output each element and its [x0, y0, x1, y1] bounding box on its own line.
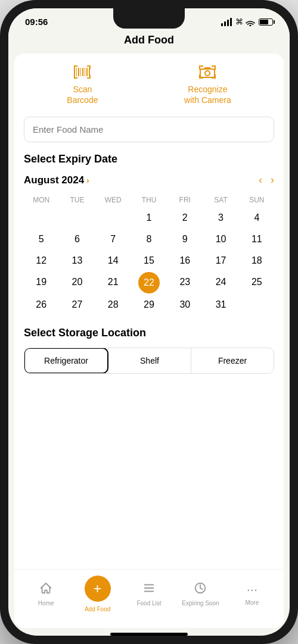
- scan-barcode-label-line1: Scan: [73, 85, 92, 94]
- day-cell-6[interactable]: 6: [60, 229, 94, 249]
- phone-shell: 09:56 ⌘ Add Food: [0, 0, 298, 644]
- nav-label-add-food: Add Food: [85, 606, 110, 612]
- day-cell-17[interactable]: 17: [203, 251, 238, 271]
- svg-rect-7: [89, 68, 90, 76]
- scroll-content: Scan Barcode: [14, 54, 284, 569]
- svg-rect-4: [82, 68, 83, 76]
- day-cell-27[interactable]: 27: [60, 295, 94, 315]
- day-cell-24[interactable]: 24: [203, 272, 238, 293]
- recognize-label-line2: with Camera: [184, 95, 231, 105]
- day-cell-30[interactable]: 30: [167, 295, 202, 315]
- calendar-month-label[interactable]: August 2024 ›: [24, 174, 89, 186]
- storage-options: Refrigerator Shelf Freezer: [24, 348, 274, 374]
- day-cell-28[interactable]: 28: [96, 295, 131, 315]
- day-empty: [240, 295, 274, 315]
- camera-icon: [199, 65, 216, 82]
- day-cell-12[interactable]: 12: [24, 251, 58, 271]
- nav-item-more[interactable]: ··· More: [226, 582, 278, 606]
- more-icon: ···: [247, 582, 257, 598]
- nav-item-add-food[interactable]: + Add Food: [72, 576, 123, 612]
- home-bar: [110, 633, 188, 636]
- add-food-icon: +: [85, 576, 111, 602]
- calendar-nav: ‹ ›: [259, 174, 274, 186]
- svg-rect-3: [80, 68, 81, 76]
- day-header-fri: FRI: [167, 193, 202, 207]
- bottom-nav: Home + Add Food Food List: [14, 569, 284, 628]
- calendar-header: August 2024 › ‹ ›: [24, 174, 274, 186]
- day-cell-18[interactable]: 18: [240, 251, 274, 271]
- day-cell-9[interactable]: 9: [167, 229, 202, 249]
- month-chevron-icon: ›: [86, 176, 89, 185]
- svg-rect-6: [86, 68, 88, 76]
- day-cell-19[interactable]: 19: [24, 272, 58, 293]
- day-cell-4[interactable]: 4: [240, 208, 274, 228]
- day-cell-13[interactable]: 13: [60, 251, 94, 271]
- day-cell-21[interactable]: 21: [96, 272, 131, 293]
- day-cell-10[interactable]: 10: [203, 229, 238, 249]
- recognize-label-line1: Recognize: [188, 85, 227, 94]
- day-cell-25[interactable]: 25: [240, 272, 274, 293]
- nav-label-food-list: Food List: [136, 600, 161, 607]
- day-cell-3[interactable]: 3: [203, 208, 238, 228]
- day-cell-2[interactable]: 2: [167, 208, 202, 228]
- day-cell-5[interactable]: 5: [24, 229, 58, 249]
- day-header-tue: TUE: [60, 193, 94, 207]
- day-cell-29[interactable]: 29: [132, 295, 166, 315]
- scan-row: Scan Barcode: [24, 65, 274, 105]
- day-cell-14[interactable]: 14: [96, 251, 131, 271]
- scan-barcode-button[interactable]: Scan Barcode: [67, 65, 98, 105]
- nav-label-more: More: [245, 599, 259, 606]
- barcode-icon: [74, 65, 91, 82]
- nav-item-food-list[interactable]: Food List: [123, 582, 175, 607]
- food-list-icon: [142, 582, 156, 598]
- expiry-section-title: Select Expiry Date: [24, 153, 274, 165]
- calendar: August 2024 › ‹ › MON TUE WED THU FRI SA…: [24, 174, 274, 315]
- scan-barcode-label-line2: Barcode: [67, 95, 98, 105]
- day-empty: [60, 208, 94, 228]
- svg-rect-1: [76, 68, 77, 76]
- day-header-wed: WED: [96, 193, 131, 207]
- storage-section-title: Select Storage Location: [24, 327, 274, 339]
- nav-label-expiring-soon: Expiring Soon: [182, 600, 219, 607]
- day-cell-20[interactable]: 20: [60, 272, 94, 293]
- storage-freezer-button[interactable]: Freezer: [191, 348, 274, 373]
- page-header: Add Food: [8, 32, 290, 54]
- day-cell-8[interactable]: 8: [132, 229, 166, 249]
- nav-item-expiring-soon[interactable]: Expiring Soon: [175, 582, 226, 607]
- day-cell-31[interactable]: 31: [203, 295, 238, 315]
- storage-refrigerator-button[interactable]: Refrigerator: [24, 348, 108, 374]
- day-cell-11[interactable]: 11: [240, 229, 274, 249]
- food-name-input[interactable]: [24, 117, 274, 142]
- day-cell-16[interactable]: 16: [167, 251, 202, 271]
- svg-rect-5: [85, 68, 85, 76]
- month-text: August 2024: [24, 174, 84, 186]
- day-cell-22-selected[interactable]: 22: [138, 272, 160, 293]
- day-cell-1[interactable]: 1: [132, 208, 166, 228]
- day-header-thu: THU: [132, 193, 166, 207]
- day-cell-26[interactable]: 26: [24, 295, 58, 315]
- day-empty: [96, 208, 131, 228]
- expiring-soon-icon: [194, 582, 207, 598]
- day-cell-15[interactable]: 15: [132, 251, 166, 271]
- storage-section: Select Storage Location Refrigerator She…: [24, 327, 274, 374]
- svg-rect-0: [74, 68, 75, 76]
- svg-point-9: [205, 71, 210, 76]
- phone-screen: 09:56 ⌘ Add Food: [8, 8, 290, 636]
- status-time: 09:56: [25, 17, 48, 27]
- signal-bars-icon: [221, 18, 232, 26]
- day-header-mon: MON: [24, 193, 58, 207]
- home-icon: [39, 582, 52, 598]
- page-title: Add Food: [20, 34, 278, 46]
- day-cell-23[interactable]: 23: [167, 272, 202, 293]
- recognize-camera-button[interactable]: Recognize with Camera: [184, 65, 231, 105]
- day-cell-7[interactable]: 7: [96, 229, 131, 249]
- wifi-icon: ⌘: [235, 17, 255, 26]
- storage-shelf-button[interactable]: Shelf: [108, 348, 191, 373]
- battery-icon: [259, 18, 273, 26]
- notch: [113, 8, 185, 29]
- next-month-button[interactable]: ›: [271, 174, 274, 186]
- day-header-sun: SUN: [240, 193, 274, 207]
- prev-month-button[interactable]: ‹: [259, 174, 262, 186]
- day-empty: [24, 208, 58, 228]
- nav-item-home[interactable]: Home: [20, 582, 72, 607]
